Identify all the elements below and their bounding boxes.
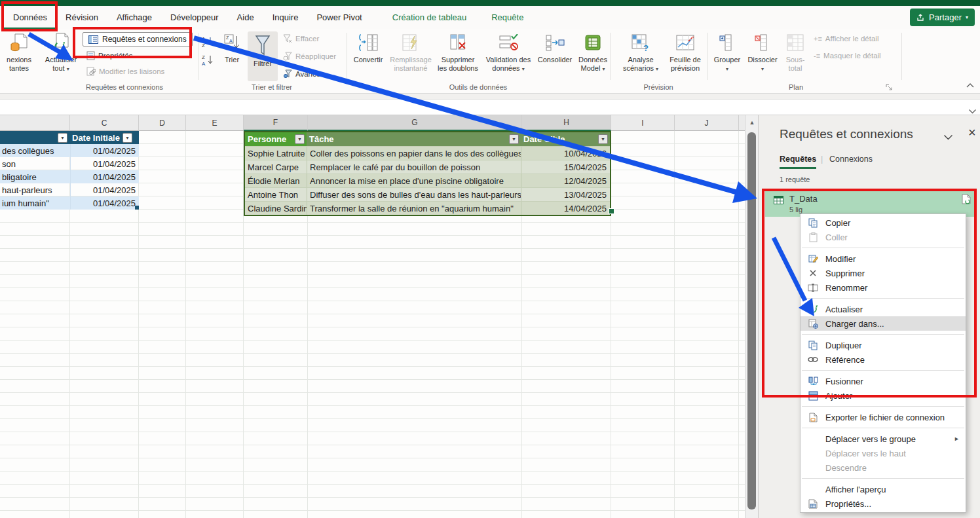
tab-requete[interactable]: Requête <box>482 6 533 29</box>
blue-table-header-date[interactable]: Date Initiale ▼ <box>70 133 139 143</box>
filter-dropdown-icon[interactable]: ▼ <box>58 133 67 143</box>
avance-button[interactable]: Avancé <box>283 69 320 79</box>
table-row[interactable]: Élodie MerlanAnnoncer la mise en place d… <box>245 174 610 187</box>
table-row[interactable]: Marcel CarpeRemplacer le café par du bou… <box>245 160 610 174</box>
menu-item-actualiser[interactable]: Actualiser <box>801 302 966 316</box>
vertical-scrollbar[interactable]: ▲ <box>745 115 758 518</box>
filter-dropdown-icon[interactable]: ▼ <box>598 134 608 144</box>
filtrer-button[interactable]: Filtrer <box>248 31 278 81</box>
filter-dropdown-icon[interactable]: ▼ <box>509 134 519 144</box>
scrollbar-thumb[interactable] <box>747 132 756 509</box>
reappliquer-button[interactable]: Réappliquer <box>283 52 336 61</box>
convertir-button[interactable]: Convertir <box>349 31 387 64</box>
filter-dropdown-icon[interactable]: ▼ <box>295 134 305 144</box>
query-item-tdata[interactable]: T_Data 5 lig <box>765 190 976 217</box>
trier-button[interactable]: ZA Trier <box>217 31 246 64</box>
menu-item-deplacer-haut[interactable]: Déplacer vers le haut <box>801 446 966 460</box>
column-header-i[interactable]: I <box>611 115 675 131</box>
column-header-e[interactable]: E <box>186 115 244 131</box>
connexions-existantes-button[interactable]: nexions tantes <box>0 31 38 73</box>
table-row[interactable]: ium humain"01/04/2025 <box>0 196 139 210</box>
blue-table-header-cropped[interactable]: ▼ <box>0 133 70 143</box>
sous-total-button[interactable]: Sous- total <box>781 31 810 73</box>
menu-item-coller[interactable]: Coller <box>801 230 966 244</box>
tab-revision[interactable]: Révision <box>56 6 107 29</box>
panel-tab-requetes[interactable]: Requêtes <box>780 155 816 164</box>
table-row[interactable]: des collègues01/04/2025 <box>0 144 139 157</box>
menu-item-descendre[interactable]: Descendre <box>801 460 966 475</box>
sort-za-button[interactable]: ZA <box>200 53 216 67</box>
menu-item-fusionner[interactable]: Fusionner <box>801 374 966 388</box>
effacer-label: Effacer <box>295 35 319 43</box>
table-row[interactable]: Sophie LatruiteColler des poissons en pa… <box>245 146 610 160</box>
panel-tab-connexions[interactable]: Connexions <box>829 155 873 164</box>
dissocier-button[interactable]: Dissocier ▾ <box>745 31 780 73</box>
column-header-f[interactable]: F <box>244 115 308 131</box>
grouper-button[interactable]: Grouper ▾ <box>710 31 744 73</box>
tab-developpeur[interactable]: Développeur <box>161 6 228 29</box>
refresh-all-button[interactable]: Actualiser tout ▾ <box>41 31 81 73</box>
table-row[interactable]: Antoine ThonDiffuser des sons de bulles … <box>245 187 610 201</box>
table-row[interactable]: bligatoire01/04/2025 <box>0 170 139 183</box>
column-header-blank[interactable] <box>0 115 70 131</box>
scroll-up-icon[interactable]: ▲ <box>745 119 759 126</box>
validation-donnees-button[interactable]: Validation des données ▾ <box>483 31 533 73</box>
tab-inquire[interactable]: Inquire <box>263 6 308 29</box>
green-table-header-person[interactable]: Personne ▼ <box>245 132 307 146</box>
column-header-stub <box>739 115 745 131</box>
plan-dialog-launcher[interactable] <box>886 82 893 94</box>
query-name: T_Data <box>789 194 818 204</box>
table-row[interactable]: Claudine SardineTransformer la salle de … <box>245 201 610 215</box>
connexions-label-2: tantes <box>0 64 38 73</box>
green-table-header-task[interactable]: Tâche ▼ <box>307 132 521 146</box>
green-table-header-date[interactable]: Date Cible ▼ <box>521 132 610 146</box>
menu-item-renommer[interactable]: Renommer <box>801 280 966 295</box>
table-fill-handle[interactable] <box>609 208 614 214</box>
svg-text:A: A <box>202 36 206 42</box>
table-row[interactable]: son01/04/2025 <box>0 157 139 170</box>
filter-dropdown-icon[interactable]: ▼ <box>122 133 132 143</box>
column-header-j[interactable]: J <box>675 115 739 131</box>
effacer-button[interactable]: Effacer <box>283 34 319 43</box>
tab-donnees[interactable]: Données <box>4 6 56 29</box>
tab-aide[interactable]: Aide <box>228 6 263 29</box>
collapse-ribbon-button[interactable] <box>966 79 975 91</box>
panel-collapse-button[interactable] <box>943 131 953 143</box>
queries-connections-button[interactable]: Requêtes et connexions <box>83 32 193 46</box>
menu-item-charger-dans[interactable]: Charger dans... <box>801 316 966 331</box>
supprimer-doublons-button[interactable]: Supprimer les doublons <box>434 31 481 73</box>
feuille-prevision-button[interactable]: Feuille de prévision <box>666 31 705 73</box>
trier-label: Trier <box>217 56 246 64</box>
column-header-g[interactable]: G <box>308 115 522 131</box>
menu-item-dupliquer[interactable]: Dupliquer <box>801 338 966 352</box>
menu-item-supprimer[interactable]: Supprimer <box>801 266 966 280</box>
menu-item-deplacer-groupe[interactable]: Déplacer vers le groupe ► <box>801 432 966 446</box>
table-resize-handle[interactable] <box>135 206 139 210</box>
menu-item-modifier[interactable]: Modifier <box>801 251 966 266</box>
menu-item-copier[interactable]: Copier <box>801 215 966 230</box>
tab-creation-de-tableau[interactable]: Création de tableau <box>383 6 476 29</box>
menu-item-afficher-apercu[interactable]: Afficher l'aperçu <box>801 482 966 496</box>
modifier-liaisons-button[interactable]: Modifier les liaisons <box>86 67 164 76</box>
remplissage-instantane-button[interactable]: Remplissage instantané <box>389 31 432 73</box>
tab-affichage[interactable]: Affichage <box>107 6 161 29</box>
analyse-scenarios-button[interactable]: ? Analyse scénarios ▾ <box>617 31 664 73</box>
sort-az-button[interactable]: AZ <box>200 35 216 49</box>
column-header-h[interactable]: H <box>522 115 611 131</box>
column-header-c[interactable]: C <box>70 115 139 131</box>
donnees-model-button[interactable]: Données Model ▾ <box>576 31 609 73</box>
proprietes-button[interactable]: Propriétés <box>86 51 132 60</box>
menu-item-reference[interactable]: Référence <box>801 352 966 367</box>
menu-item-exporter[interactable]: Exporter le fichier de connexion <box>801 410 966 424</box>
afficher-detail-button[interactable]: +≡ Afficher le détail <box>814 35 878 43</box>
consolider-button[interactable]: Consolider <box>535 31 575 64</box>
masquer-detail-button[interactable]: -≡ Masquer le détail <box>814 52 881 60</box>
menu-item-proprietes[interactable]: Propriétés... <box>801 496 966 511</box>
share-button[interactable]: Partager ▾ <box>910 9 975 26</box>
column-header-d[interactable]: D <box>139 115 186 131</box>
panel-close-button[interactable]: × <box>968 126 976 139</box>
table-row[interactable]: haut-parleurs01/04/2025 <box>0 183 139 196</box>
tab-power-pivot[interactable]: Power Pivot <box>307 6 371 29</box>
menu-separator <box>802 248 964 248</box>
menu-item-ajouter[interactable]: Ajouter <box>801 388 966 403</box>
